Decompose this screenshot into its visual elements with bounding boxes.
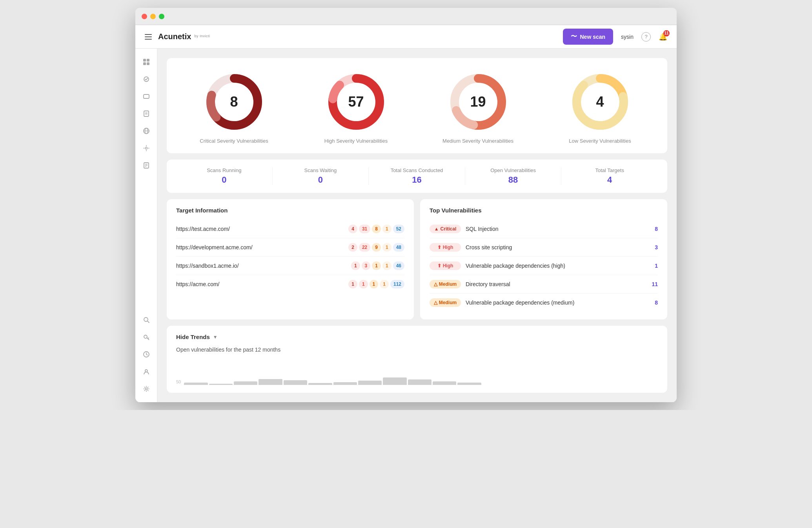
username-label: sysin xyxy=(621,34,634,40)
vuln-name: SQL Injection xyxy=(466,226,650,232)
list-item: ⬆ High Cross site scripting 3 xyxy=(430,238,658,257)
vuln-name: Vulnerable package dependencies (medium) xyxy=(466,299,650,306)
badge-low: 1 xyxy=(382,261,391,270)
sidebar-item-documents[interactable] xyxy=(139,158,153,172)
body-layout: 8 Critical Severity Vulnerabilities xyxy=(135,49,677,402)
high-vuln-card: 57 High Severity Vulnerabilities xyxy=(298,71,414,144)
hide-trends-button[interactable]: Hide Trends ▼ xyxy=(176,334,658,340)
chart-bars xyxy=(184,361,658,385)
stat-waiting-value: 0 xyxy=(277,175,364,185)
stat-scans-running: Scans Running 0 xyxy=(176,167,273,185)
hamburger-menu[interactable] xyxy=(145,34,152,40)
header: Acunetix by Invicti 〜 New scan sysin ? 🔔… xyxy=(135,25,677,49)
severity-critical-badge: ▲ Critical xyxy=(430,225,461,233)
stat-total-targets: Total Targets 4 xyxy=(561,167,658,185)
badge-medium: 1 xyxy=(372,261,381,270)
sidebar-item-dashboard[interactable] xyxy=(139,55,153,69)
badge-critical: 4 xyxy=(348,225,357,233)
stat-vulns-label: Open Vulnerabilities xyxy=(470,167,557,173)
svg-line-18 xyxy=(147,321,149,323)
chevron-up-icon: △ xyxy=(434,300,437,305)
sidebar-item-users[interactable] xyxy=(139,365,153,379)
y-axis-label: 50 xyxy=(176,379,181,385)
severity-high-badge: ⬆ High xyxy=(430,261,461,270)
vuln-count: 1 xyxy=(655,263,658,269)
target-badges: 4 31 8 1 52 xyxy=(348,225,404,233)
chart-bar xyxy=(184,383,208,385)
maximize-button[interactable] xyxy=(159,14,164,19)
header-right: 〜 New scan sysin ? 🔔 11 xyxy=(563,29,668,45)
stats-bar: Scans Running 0 Scans Waiting 0 Total Sc… xyxy=(167,160,667,193)
sidebar-item-keys[interactable] xyxy=(139,330,153,344)
close-button[interactable] xyxy=(142,14,147,19)
badge-low: 1 xyxy=(380,280,389,288)
critical-vuln-card: 8 Critical Severity Vulnerabilities xyxy=(176,71,292,144)
badge-high: 3 xyxy=(362,261,371,270)
vuln-name: Cross site scripting xyxy=(466,244,650,250)
stat-scans-waiting: Scans Waiting 0 xyxy=(273,167,369,185)
target-information-panel: Target Information https://test.acme.com… xyxy=(167,199,414,319)
titlebar xyxy=(135,8,677,25)
badge-medium: 1 xyxy=(370,280,379,288)
app-window: Acunetix by Invicti 〜 New scan sysin ? 🔔… xyxy=(135,8,677,402)
sidebar-item-scans[interactable] xyxy=(139,72,153,86)
critical-count: 8 xyxy=(230,94,238,110)
list-item: △ Medium Vulnerable package dependencies… xyxy=(430,294,658,312)
svg-rect-5 xyxy=(144,94,149,98)
chart-bar xyxy=(333,382,357,385)
list-item: △ Medium Directory traversal 11 xyxy=(430,275,658,294)
sidebar-item-network[interactable] xyxy=(139,124,153,138)
table-row: https://development.acme.com/ 2 22 9 1 4… xyxy=(176,238,404,257)
badge-low: 1 xyxy=(382,243,391,252)
app-container: Acunetix by Invicti 〜 New scan sysin ? 🔔… xyxy=(135,25,677,402)
logo-text: Acunetix xyxy=(158,32,191,41)
chart-bar xyxy=(433,381,456,385)
stat-open-vulns: Open Vulnerabilities 88 xyxy=(465,167,562,185)
sidebar-item-targets[interactable] xyxy=(139,89,153,103)
badge-medium: 8 xyxy=(372,225,381,233)
svg-point-22 xyxy=(145,388,147,390)
svg-point-12 xyxy=(145,147,147,149)
chart-bar xyxy=(259,379,282,385)
chart-bar xyxy=(383,377,406,385)
low-label: Low Severity Vulnerabilities xyxy=(569,138,631,144)
minimize-button[interactable] xyxy=(150,14,156,19)
chart-bar xyxy=(284,380,307,385)
svg-rect-2 xyxy=(143,62,146,65)
sidebar-item-integrations[interactable] xyxy=(139,141,153,155)
medium-label: Medium Severity Vulnerabilities xyxy=(442,138,513,144)
sidebar-item-reports[interactable] xyxy=(139,107,153,121)
badge-total: 112 xyxy=(390,280,404,288)
badge-total: 48 xyxy=(393,243,404,252)
lower-panels: Target Information https://test.acme.com… xyxy=(167,199,667,319)
severity-high-badge: ⬆ High xyxy=(430,243,461,252)
logo-subtitle: by Invicti xyxy=(194,34,210,38)
stat-waiting-label: Scans Waiting xyxy=(277,167,364,173)
sidebar-item-settings[interactable] xyxy=(139,382,153,396)
svg-rect-3 xyxy=(147,62,149,65)
stat-targets-value: 4 xyxy=(566,175,653,185)
sidebar xyxy=(135,49,157,402)
trends-subtitle: Open vulnerabilities for the past 12 mon… xyxy=(176,347,658,353)
sidebar-item-discovery[interactable] xyxy=(139,313,153,327)
main-content: 8 Critical Severity Vulnerabilities xyxy=(157,49,677,402)
stat-targets-label: Total Targets xyxy=(566,167,653,173)
low-vuln-card: 4 Low Severity Vulnerabilities xyxy=(542,71,658,144)
help-button[interactable]: ? xyxy=(641,32,651,42)
target-badges: 1 1 1 1 112 xyxy=(348,280,404,288)
vuln-count: 8 xyxy=(655,299,658,306)
new-scan-button[interactable]: 〜 New scan xyxy=(563,29,614,45)
chart-bar xyxy=(358,381,382,385)
chevron-up-icon: △ xyxy=(434,281,437,287)
notification-button[interactable]: 🔔 11 xyxy=(659,33,667,41)
sidebar-item-history[interactable] xyxy=(139,347,153,361)
low-count: 4 xyxy=(596,94,604,110)
badge-critical: 1 xyxy=(351,261,360,270)
list-item: ⬆ High Vulnerable package dependencies (… xyxy=(430,257,658,275)
badge-critical: 1 xyxy=(348,280,357,288)
trends-section: Hide Trends ▼ Open vulnerabilities for t… xyxy=(167,326,667,393)
target-info-title: Target Information xyxy=(176,207,404,214)
stat-running-value: 0 xyxy=(181,175,268,185)
svg-rect-6 xyxy=(144,111,149,116)
vuln-name: Vulnerable package dependencies (high) xyxy=(466,263,650,269)
